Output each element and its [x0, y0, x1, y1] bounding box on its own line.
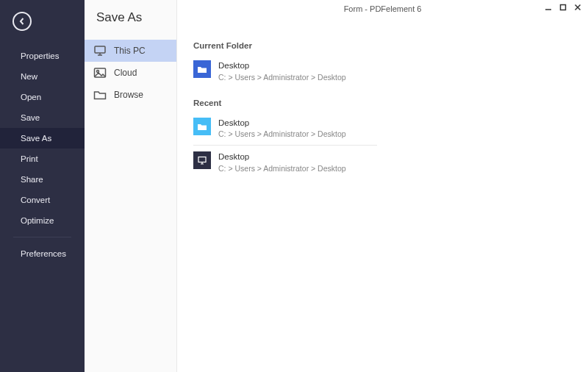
sidebar-item-label: Save As [21, 134, 51, 143]
recent-section: Recent Desktop C: > Users > Administrato… [193, 99, 588, 178]
sidebar-item-preferences[interactable]: Preferences [0, 243, 85, 264]
window-controls [542, 2, 584, 12]
sidebar-item-open[interactable]: Open [0, 87, 85, 107]
sidebar-item-label: Share [21, 175, 43, 184]
sidebar-item-label: Properties [21, 51, 59, 60]
folder-text: Desktop C: > Users > Administrator > Des… [218, 151, 346, 174]
sidebar-item-label: Save [21, 113, 40, 122]
location-label: Cloud [114, 68, 137, 78]
location-label: This PC [114, 46, 146, 56]
picture-icon [93, 68, 107, 78]
sidebar-item-save[interactable]: Save [0, 107, 85, 128]
folder-icon [193, 118, 211, 135]
maximize-icon [559, 4, 567, 11]
sidebar-item-label: Convert [21, 196, 50, 204]
folder-text: Desktop C: > Users > Administrator > Des… [218, 60, 346, 82]
location-label: Browse [114, 90, 143, 100]
svg-rect-3 [561, 5, 566, 10]
back-button[interactable] [12, 12, 32, 31]
folder-item-recent[interactable]: Desktop C: > Users > Administrator > Des… [193, 147, 377, 178]
minimize-icon [545, 4, 552, 11]
titlebar: Form - PDFelement 6 [177, 0, 588, 18]
sidebar-item-optimize[interactable]: Optimize [0, 210, 85, 231]
sidebar-item-share[interactable]: Share [0, 169, 85, 190]
sidebar-item-properties[interactable]: Properties [0, 46, 85, 66]
location-browse[interactable]: Browse [85, 84, 176, 106]
location-cloud[interactable]: Cloud [85, 62, 176, 84]
section-label-current: Current Folder [193, 41, 588, 50]
sidebar-item-label: Open [21, 93, 41, 101]
sidebar-item-label: New [21, 72, 37, 81]
folder-icon [193, 60, 211, 78]
page-title: Save As [85, 0, 176, 40]
close-button[interactable] [572, 2, 584, 12]
current-folder-section: Current Folder Desktop C: > Users > Admi… [193, 41, 588, 87]
content-area: Current Folder Desktop C: > Users > Admi… [193, 0, 588, 178]
svg-rect-4 [198, 157, 206, 162]
sidebar-item-save-as[interactable]: Save As [0, 128, 85, 149]
close-icon [574, 4, 581, 11]
sidebar-item-convert[interactable]: Convert [0, 190, 85, 210]
app-window: Properties New Open Save Save As Print S… [0, 0, 588, 372]
sidebar-item-new[interactable]: New [0, 66, 85, 87]
sidebar-divider [13, 237, 71, 237]
folder-name: Desktop [218, 118, 346, 129]
folder-path: C: > Users > Administrator > Desktop [218, 72, 346, 82]
chevron-left-icon [18, 18, 26, 25]
location-this-pc[interactable]: This PC [85, 40, 176, 62]
folder-name: Desktop [218, 60, 346, 72]
save-location-panel: Save As This PC Cloud Browse [85, 0, 177, 372]
window-title: Form - PDFelement 6 [344, 4, 422, 13]
sidebar-item-label: Preferences [21, 249, 66, 258]
maximize-button[interactable] [557, 2, 569, 12]
monitor-icon [193, 151, 211, 169]
sidebar-item-print[interactable]: Print [0, 149, 85, 169]
folder-path: C: > Users > Administrator > Desktop [218, 129, 346, 139]
folder-item-current[interactable]: Desktop C: > Users > Administrator > Des… [193, 56, 377, 87]
minimize-button[interactable] [542, 2, 554, 12]
divider [193, 145, 377, 146]
folder-name: Desktop [218, 151, 346, 163]
folder-path: C: > Users > Administrator > Desktop [218, 163, 346, 174]
monitor-icon [93, 46, 107, 56]
sidebar-item-label: Print [21, 154, 38, 163]
sidebar-item-label: Optimize [21, 216, 54, 225]
main-panel: Form - PDFelement 6 Current Folder Deskt… [177, 0, 588, 372]
folder-text: Desktop C: > Users > Administrator > Des… [218, 118, 346, 140]
file-menu-sidebar: Properties New Open Save Save As Print S… [0, 0, 85, 372]
svg-rect-0 [95, 46, 105, 53]
folder-icon [93, 90, 107, 100]
section-label-recent: Recent [193, 99, 588, 107]
folder-item-recent[interactable]: Desktop C: > Users > Administrator > Des… [193, 113, 377, 144]
